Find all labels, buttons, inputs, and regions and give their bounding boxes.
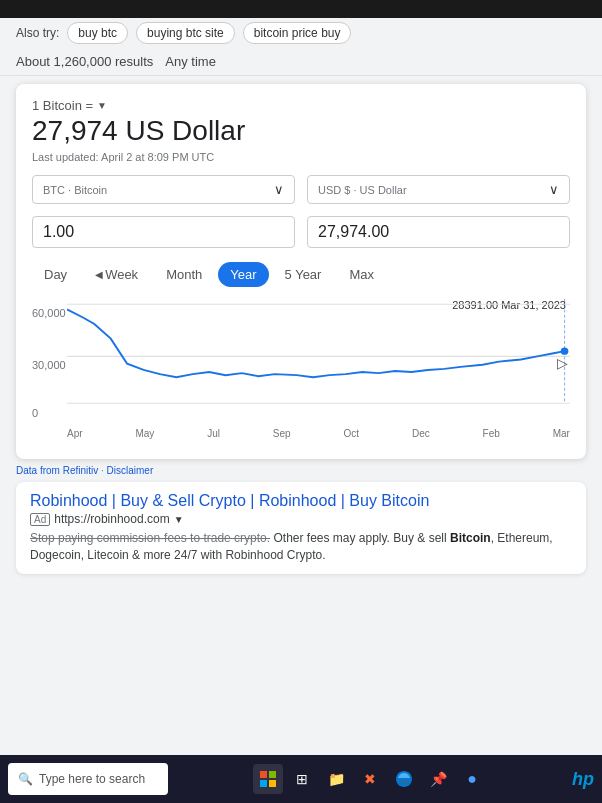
chart-svg	[67, 299, 570, 419]
price-chart: 28391.00 Mar 31, 2023 60,000 30,000 0 Ap…	[32, 299, 570, 439]
svg-rect-6	[269, 771, 276, 778]
task-view-icon[interactable]: ⊞	[287, 764, 317, 794]
x-label-feb: Feb	[483, 428, 500, 439]
disclaimer-text[interactable]: Data from Refinitiv · Disclaimer	[0, 463, 602, 478]
also-try-pill-1[interactable]: buy btc	[67, 22, 128, 44]
ad-description: Stop paying commission-fees to trade cry…	[30, 530, 572, 564]
top-bar	[0, 0, 602, 18]
x-label-oct: Oct	[344, 428, 360, 439]
ad-title-text: Robinhood | Buy & Sell Crypto | Robinhoo…	[30, 492, 429, 509]
chart-y-label-30k: 30,000	[32, 359, 66, 371]
hp-logo: hp	[572, 769, 594, 790]
taskbar: 🔍 Type here to search ⊞ 📁 ✖	[0, 755, 602, 803]
bitcoin-equals-text: 1 Bitcoin =	[32, 98, 93, 113]
x-label-sep: Sep	[273, 428, 291, 439]
ad-url-arrow-icon: ▼	[174, 514, 184, 525]
bitcoin-equals-row: 1 Bitcoin = ▼	[32, 98, 570, 113]
browser-icon-1[interactable]: ✖	[355, 764, 385, 794]
svg-rect-7	[260, 780, 267, 787]
x-label-mar: Mar	[553, 428, 570, 439]
period-max-button[interactable]: Max	[337, 262, 386, 287]
also-try-pill-3[interactable]: bitcoin price buy	[243, 22, 352, 44]
also-try-label: Also try:	[16, 26, 59, 40]
x-label-apr: Apr	[67, 428, 83, 439]
ad-url-row: Ad https://robinhood.com ▼	[30, 512, 572, 526]
results-count: About 1,260,000 results	[16, 54, 153, 69]
period-day-button[interactable]: Day	[32, 262, 79, 287]
converter-card: 1 Bitcoin = ▼ 27,974 US Dollar Last upda…	[16, 84, 586, 459]
currency-input-row	[32, 216, 570, 248]
disclaimer-link[interactable]: Disclaimer	[107, 465, 154, 476]
pin-icon[interactable]: 📌	[423, 764, 453, 794]
btc-price-display: 27,974 US Dollar	[32, 115, 570, 147]
dropdown-arrow-icon[interactable]: ▼	[97, 100, 107, 111]
taskbar-search-text[interactable]: Type here to search	[39, 772, 145, 786]
ad-badge: Ad	[30, 513, 50, 526]
search-icon: 🔍	[18, 772, 33, 786]
robinhood-ad: Robinhood | Buy & Sell Crypto | Robinhoo…	[16, 482, 586, 574]
also-try-section: Also try: buy btc buying btc site bitcoi…	[0, 18, 602, 48]
from-currency-label: BTC · Bitcoin	[43, 184, 107, 196]
chart-y-label-0: 0	[32, 407, 38, 419]
period-month-button[interactable]: Month	[154, 262, 214, 287]
svg-rect-8	[269, 780, 276, 787]
cursor-pointer-icon: ▷	[557, 355, 568, 371]
period-5year-button[interactable]: 5 Year	[273, 262, 334, 287]
x-label-jul: Jul	[207, 428, 220, 439]
time-period-buttons: Day ◀ Week Month Year 5 Year Max	[32, 262, 570, 287]
chart-y-label-60k: 60,000	[32, 307, 66, 319]
results-bar: About 1,260,000 results Any time	[0, 48, 602, 76]
taskbar-search-box[interactable]: 🔍 Type here to search	[8, 763, 168, 795]
period-week-button[interactable]: ◀ Week	[83, 262, 150, 287]
period-year-button[interactable]: Year	[218, 262, 268, 287]
ad-url-text[interactable]: https://robinhood.com	[54, 512, 169, 526]
start-menu-icon[interactable]	[253, 764, 283, 794]
also-try-pill-2[interactable]: buying btc site	[136, 22, 235, 44]
data-source[interactable]: Data from Refinitiv	[16, 465, 98, 476]
ad-title-link[interactable]: Robinhood | Buy & Sell Crypto | Robinhoo…	[30, 492, 572, 510]
to-currency-input[interactable]	[307, 216, 570, 248]
chart-x-labels: Apr May Jul Sep Oct Dec Feb Mar	[32, 428, 570, 439]
x-label-may: May	[135, 428, 154, 439]
blue-dot-icon[interactable]: ●	[457, 764, 487, 794]
file-explorer-icon[interactable]: 📁	[321, 764, 351, 794]
to-currency-label: USD $ · US Dollar	[318, 184, 407, 196]
to-currency-selector[interactable]: USD $ · US Dollar ∨	[307, 175, 570, 204]
last-updated-text: Last updated: April 2 at 8:09 PM UTC	[32, 151, 570, 163]
x-label-dec: Dec	[412, 428, 430, 439]
currency-selector-row: BTC · Bitcoin ∨ USD $ · US Dollar ∨	[32, 175, 570, 204]
svg-rect-5	[260, 771, 267, 778]
to-currency-chevron-icon: ∨	[549, 182, 559, 197]
taskbar-icon-group: ⊞ 📁 ✖ 📌 ●	[174, 764, 566, 794]
from-currency-chevron-icon: ∨	[274, 182, 284, 197]
time-filter[interactable]: Any time	[165, 54, 216, 69]
from-currency-selector[interactable]: BTC · Bitcoin ∨	[32, 175, 295, 204]
taskbar-right: hp	[572, 769, 594, 790]
from-currency-input[interactable]	[32, 216, 295, 248]
edge-icon[interactable]	[389, 764, 419, 794]
